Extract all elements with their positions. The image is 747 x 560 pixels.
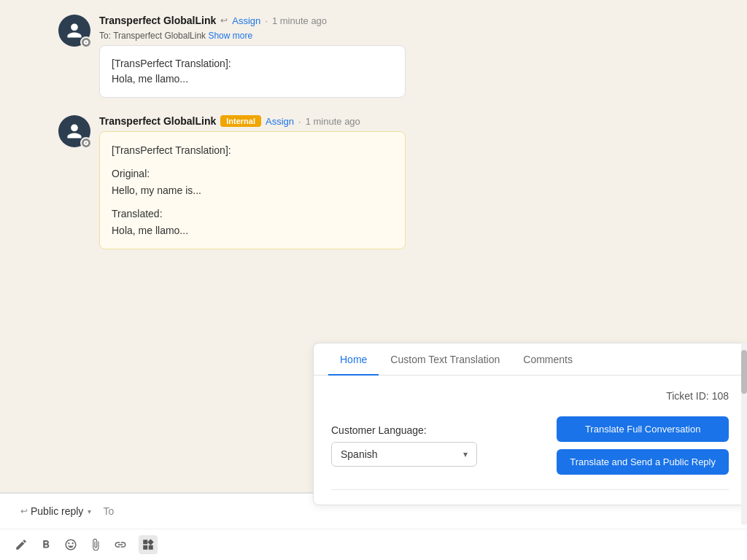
- tab-custom-text[interactable]: Custom Text Translation: [379, 343, 511, 376]
- attachment-icon[interactable]: [89, 538, 102, 551]
- side-panel-body: Ticket ID: 108 Customer Language: Spanis…: [314, 376, 746, 505]
- link-icon[interactable]: [114, 538, 127, 551]
- assign-link-2[interactable]: Assign: [266, 116, 294, 127]
- side-panel-divider: [331, 489, 729, 490]
- message-bubble-2: [TransPerfect Translation]: Original: He…: [99, 131, 406, 249]
- translated-text: Hola, me llamo...: [112, 222, 393, 238]
- timestamp-1: 1 minute ago: [272, 15, 327, 26]
- scrollbar-thumb[interactable]: [741, 350, 747, 394]
- sender-name-1: Transperfect GlobalLink: [99, 15, 216, 26]
- message-item-2: Transperfect GlobalLink Internal Assign …: [58, 115, 689, 249]
- widget-icon[interactable]: [139, 535, 158, 554]
- tab-home[interactable]: Home: [328, 343, 379, 376]
- message-item-1: Transperfect GlobalLink ↩ Assign · 1 min…: [58, 15, 689, 98]
- user-icon-1: [66, 22, 83, 39]
- badge-icon-2: [83, 140, 89, 146]
- side-panel: Home Custom Text Translation Comments Ti…: [313, 343, 747, 505]
- public-reply-label: Public reply: [31, 505, 83, 517]
- user-icon-2: [66, 122, 83, 140]
- translation-title: [TransPerfect Translation]:: [112, 142, 393, 158]
- customer-language-section: Customer Language: Spanish ▾ Translate F…: [331, 416, 729, 475]
- to-value-1: Transperfect GlobalLink: [113, 31, 206, 41]
- bold-icon[interactable]: [39, 538, 53, 551]
- message-to-1: To: Transperfect GlobalLink Show more: [99, 31, 689, 41]
- translate-full-button[interactable]: Translate Full Conversation: [557, 416, 729, 442]
- public-reply-button[interactable]: ↩ Public reply ▾: [15, 502, 97, 520]
- badge-icon-1: [83, 39, 89, 45]
- translate-send-button[interactable]: Translate and Send a Public Reply: [557, 449, 729, 475]
- timestamp-2: 1 minute ago: [306, 116, 360, 127]
- tab-comments[interactable]: Comments: [511, 343, 584, 376]
- chevron-down-icon: ▾: [88, 508, 91, 516]
- customer-language-label: Customer Language:: [331, 424, 477, 436]
- scrollbar-track: [741, 343, 747, 525]
- toolbar-icons: [0, 529, 747, 560]
- side-panel-tabs: Home Custom Text Translation Comments: [314, 343, 746, 376]
- message-content-2: Transperfect GlobalLink Internal Assign …: [99, 115, 689, 249]
- reply-icon-1: ↩: [220, 15, 228, 26]
- reply-arrow-icon: ↩: [20, 506, 28, 516]
- avatar-badge-2: [80, 137, 92, 149]
- original-text: Hello, my name is...: [112, 182, 393, 198]
- avatar-2: [58, 115, 90, 147]
- language-left: Customer Language: Spanish ▾: [331, 424, 477, 467]
- dot-separator-1: ·: [265, 15, 268, 26]
- to-field-label: To: [103, 505, 114, 517]
- original-label: Original:: [112, 166, 393, 182]
- language-value: Spanish: [341, 448, 378, 460]
- internal-badge: Internal: [220, 115, 261, 127]
- avatar-1: [58, 15, 90, 47]
- message-content-1: Transperfect GlobalLink ↩ Assign · 1 min…: [99, 15, 689, 98]
- message-text-1: [TransPerfect Translation]:Hola, me llam…: [112, 58, 231, 85]
- main-container: Transperfect GlobalLink ↩ Assign · 1 min…: [0, 0, 747, 560]
- message-header-1: Transperfect GlobalLink ↩ Assign · 1 min…: [99, 15, 689, 26]
- to-label-1: To:: [99, 31, 111, 41]
- avatar-badge-1: [80, 36, 92, 48]
- edit-icon[interactable]: [15, 538, 28, 551]
- message-bubble-1: [TransPerfect Translation]:Hola, me llam…: [99, 45, 406, 98]
- language-chevron-icon: ▾: [463, 449, 468, 459]
- emoji-icon[interactable]: [64, 538, 77, 551]
- language-select[interactable]: Spanish ▾: [331, 442, 477, 467]
- message-header-2: Transperfect GlobalLink Internal Assign …: [99, 115, 689, 127]
- sender-name-2: Transperfect GlobalLink: [99, 115, 216, 127]
- translated-label: Translated:: [112, 206, 393, 222]
- show-more-link-1[interactable]: Show more: [208, 31, 252, 41]
- ticket-id: Ticket ID: 108: [331, 390, 729, 402]
- translate-buttons: Translate Full Conversation Translate an…: [557, 416, 729, 475]
- dot-separator-2: ·: [298, 116, 301, 127]
- assign-link-1[interactable]: Assign: [232, 15, 260, 26]
